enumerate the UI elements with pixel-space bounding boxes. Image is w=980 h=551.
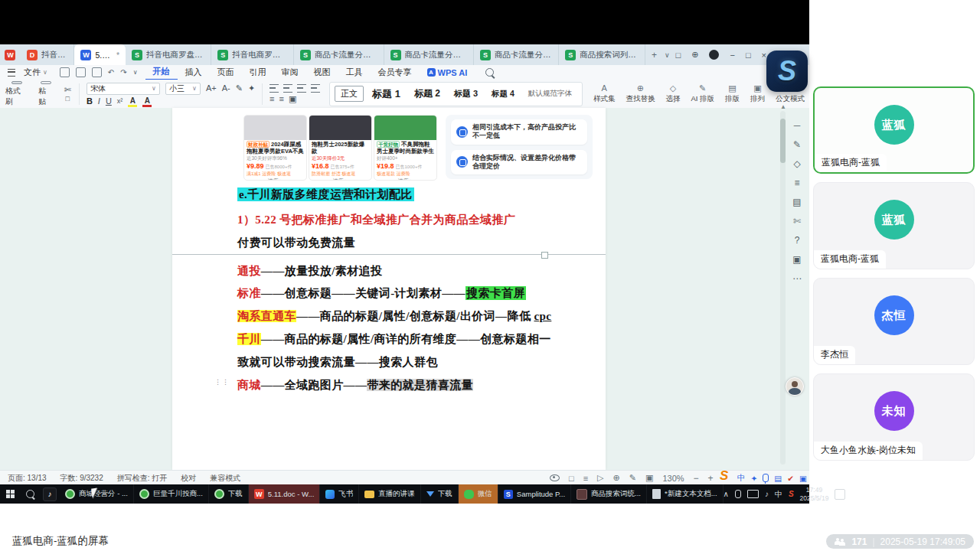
decrease-font-button[interactable]: A- [222, 84, 230, 93]
bold-button[interactable]: B [87, 97, 93, 106]
italic-button[interactable]: I [98, 97, 100, 106]
superscript-button[interactable]: x² [117, 98, 123, 105]
collapse-icon[interactable]: ─ [794, 120, 801, 131]
arrange-button[interactable]: ▣排列 [746, 84, 769, 104]
tray-display-icon[interactable] [747, 490, 759, 498]
participant-tile[interactable]: 蓝狐 蓝狐电商-蓝狐 [813, 182, 975, 269]
menu-reference[interactable]: 引用 [242, 65, 274, 80]
increase-font-button[interactable]: A+ [206, 84, 217, 93]
cut-button[interactable]: ✄ □ [59, 81, 77, 107]
scissors-icon[interactable]: ✄ [793, 216, 801, 227]
presenter-webcam-bubble[interactable] [786, 377, 804, 396]
taskbar-feishu[interactable]: 飞书 [320, 484, 359, 504]
tray-volume-icon[interactable]: ♪ [765, 490, 769, 498]
screenshare-app-logo-small[interactable]: S [720, 468, 728, 484]
sparkle-overlay-icon[interactable]: ✦ [751, 474, 758, 483]
style-heading-2[interactable]: 标题 2 [409, 86, 446, 102]
ime-overlay-icon[interactable]: 中 [737, 473, 746, 484]
tab-traffic-1[interactable]: S 商品卡流量分析流量来源 [294, 44, 384, 65]
justify-button[interactable] [311, 84, 320, 93]
help-icon[interactable]: ? [795, 235, 800, 246]
clear-format-button[interactable]: ✎ [236, 84, 243, 93]
enter-shop-link[interactable]: 进店 > [244, 178, 306, 181]
style-body-text[interactable]: 正文 [335, 86, 364, 102]
more-text-fx-button[interactable]: ✦ [248, 84, 255, 93]
fullscreen-icon[interactable]: ▣ [645, 473, 653, 483]
save-icon[interactable] [60, 67, 70, 77]
wps-app-logo[interactable]: W [0, 44, 21, 65]
menu-wps-ai[interactable]: AWPS AI [420, 68, 475, 77]
taskbar-wechat[interactable]: 微信 [459, 484, 498, 504]
word-count[interactable]: 字数: 9/3232 [60, 473, 103, 484]
document-page[interactable]: 财政补贴2024踩屎感拖鞋夏季男款EVA不臭脚 近30天好评率96% ¥9.89… [172, 108, 606, 470]
more-tools-icon[interactable]: ⋯ [792, 273, 802, 284]
tab-traffic-2[interactable]: S 商品卡流量分析流量来源 [384, 44, 475, 65]
pen-icon[interactable]: ✎ [793, 139, 801, 150]
participant-tile-speaking[interactable]: 蓝狐 蓝狐电商-蓝狐 [813, 86, 975, 174]
new-tab-button[interactable]: + [652, 50, 657, 60]
lasso-icon[interactable]: ◇ [793, 158, 800, 169]
highlight-color-button[interactable]: A [128, 97, 137, 106]
history-chevron-icon[interactable]: ∨ [133, 69, 138, 76]
document-scrollbar[interactable] [780, 111, 786, 465]
participant-tile[interactable]: 未知 大鱼小鱼水族-岗位未知 [813, 373, 975, 461]
tray-expand-icon[interactable]: ∧ [724, 490, 729, 498]
menu-review[interactable]: 审阅 [274, 65, 306, 80]
window-layout-icon[interactable]: □ [676, 51, 681, 60]
check-overlay-icon[interactable]: ✔ [787, 474, 794, 483]
tab-compass-2[interactable]: S 抖音电商罗盘 - 成交... [211, 44, 294, 65]
search-icon[interactable] [485, 68, 494, 77]
paragraph-drag-handle[interactable]: ⋮⋮ [214, 380, 230, 384]
style-default-font[interactable]: 默认规范字体 [523, 87, 577, 100]
tab-511-doc[interactable]: W 5.11.doc * [74, 44, 126, 65]
borders-button[interactable]: ▣ [289, 95, 296, 103]
panel-overlay-icon[interactable]: ▤ [774, 474, 782, 483]
spellcheck-status[interactable]: 拼写检查: 打开 [117, 473, 168, 484]
enter-shop-link[interactable]: 进店 > [374, 178, 436, 181]
grid-overlay-icon[interactable]: ▣ [799, 474, 807, 483]
align-center-button[interactable] [283, 84, 292, 93]
participant-tile[interactable]: 杰恒 李杰恒 [813, 278, 975, 365]
redo-icon[interactable]: ↷ [120, 68, 126, 77]
menu-page[interactable]: 页面 [210, 65, 242, 80]
font-color-button[interactable]: A [142, 97, 152, 106]
maximize-button[interactable]: □ [746, 51, 751, 60]
tab-compass-1[interactable]: S 抖音电商罗盘-成交分析 [126, 44, 211, 65]
minimize-button[interactable]: − [730, 51, 734, 60]
menu-membership[interactable]: 会员专享 [371, 65, 420, 80]
tab-search-words[interactable]: S 商品搜索词列表_统计... [559, 44, 645, 65]
close-button[interactable]: × [762, 51, 766, 60]
taskbar-app-download[interactable]: 下载 [209, 484, 249, 504]
style-heading-1[interactable]: 标题 1 [367, 86, 406, 103]
taskbar-clock[interactable]: 17:49 2025/5/19 [800, 486, 829, 501]
style-set-button[interactable]: A样式集 [589, 84, 620, 104]
product-card[interactable]: 拖鞋男士2025新款爆款 近30天降价3元 ¥16.8已售375+件 防滑耐磨 … [309, 115, 372, 181]
line-spacing-button[interactable]: ≡ [279, 95, 283, 103]
taskbar-search-button[interactable] [20, 484, 40, 504]
taskbar-douyin-button[interactable]: ♪ [40, 484, 60, 504]
ai-layout-button[interactable]: ✎AI 排版 [686, 84, 719, 104]
table-resize-handle[interactable] [541, 252, 548, 259]
tray-ime-indicator[interactable]: 中 [775, 489, 782, 500]
proofread-button[interactable]: 校对 [181, 473, 196, 484]
eye-protect-icon[interactable] [550, 474, 560, 481]
find-replace-button[interactable]: ⊕查找替换 [621, 84, 659, 104]
product-card[interactable]: 干货好物不臭脚拖鞋男士夏季时尚新款学生凉 好评400+ ¥19.8已售1000+… [374, 115, 437, 181]
play-view-icon[interactable]: ▷ [597, 473, 603, 483]
layout-button[interactable]: ▤排版 [720, 84, 744, 104]
screenshare-app-logo[interactable]: S [766, 51, 808, 92]
tab-summary[interactable]: S 商品卡流量分析汇总-... [474, 44, 559, 65]
sync-globe-icon[interactable]: ⊕ [691, 50, 698, 60]
zoom-out-button[interactable]: − [694, 473, 699, 484]
tab-pin-icon[interactable]: * [116, 51, 119, 60]
outline-view-icon[interactable]: ≡ [583, 474, 588, 483]
taskbar-browser-page[interactable]: 商品搜索词统... [571, 484, 647, 504]
shape-tool-icon[interactable]: ▣ [792, 254, 801, 265]
taskbar-folder[interactable]: 直播的讲课 [359, 484, 421, 504]
font-name-select[interactable]: 宋体∨ [87, 83, 160, 95]
settings-slider-icon[interactable]: ≡ [794, 178, 799, 188]
menu-home[interactable]: 开始 [145, 64, 178, 80]
edit-mode-icon[interactable]: ✎ [629, 473, 636, 483]
menu-tools[interactable]: 工具 [338, 65, 371, 80]
taskbar-download[interactable]: 下载 [421, 484, 459, 504]
